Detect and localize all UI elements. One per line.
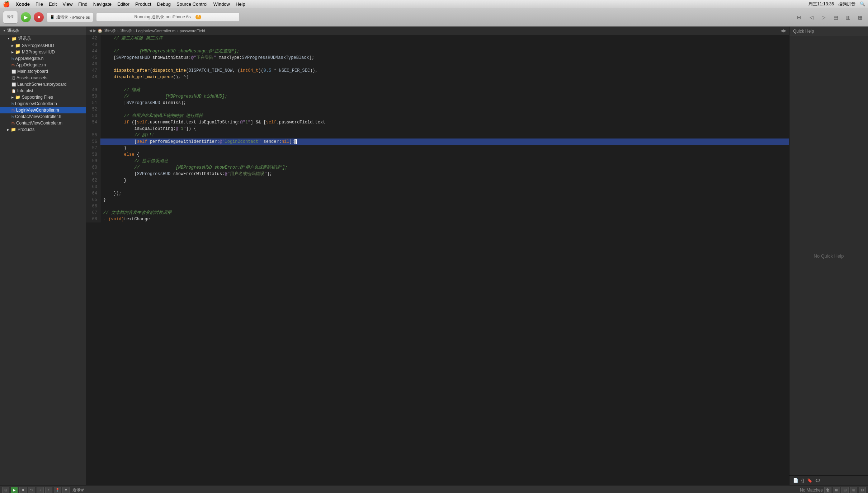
- code-line-48b: [86, 80, 789, 87]
- pause-small[interactable]: ⏸: [19, 487, 27, 493]
- menu-navigate[interactable]: Navigate: [93, 1, 112, 7]
- breadcrumb-project[interactable]: 通讯录: [104, 28, 116, 33]
- play-small[interactable]: ▶: [11, 487, 18, 493]
- sidebar-item-assets[interactable]: 🖼 Assets.xcassets: [0, 75, 86, 81]
- code-editor[interactable]: 42 // 第三方框架 第三方库 43 44 // [MBProgressHUD…: [86, 35, 789, 485]
- menubar: 🍎 Xcode File Edit View Find Navigate Edi…: [0, 0, 868, 8]
- code-line-50: 50 // [MBProgressHUD hideHUD];: [86, 93, 789, 100]
- sidebar-header: ▼ 通讯录: [0, 27, 86, 35]
- menu-xcode[interactable]: Xcode: [16, 1, 30, 7]
- sidebar-item-mainstoryboard[interactable]: ⬜ Main.storyboard: [0, 68, 86, 75]
- panel-left-icon[interactable]: ▤: [831, 12, 841, 22]
- panel-bottom-icon[interactable]: ▥: [843, 12, 853, 22]
- search-icon[interactable]: 🔍: [860, 1, 865, 6]
- code-line-65: 65 }: [86, 197, 789, 203]
- curly-icon[interactable]: {}: [801, 478, 804, 483]
- menu-editor[interactable]: Editor: [117, 1, 129, 7]
- code-line-68: 68 - (void)textChange: [86, 216, 789, 222]
- toolbar-icons: ⊟ ◁ ▷ ▤ ▥ ▦: [794, 12, 865, 22]
- code-line-57: 57 }: [86, 145, 789, 151]
- apple-menu[interactable]: 🍎: [3, 1, 10, 8]
- scheme-label: 通讯录: [72, 487, 84, 493]
- code-line-48a: 48 dispatch_get_main_queue(), ^{: [86, 74, 789, 80]
- play-button[interactable]: ▶: [21, 12, 31, 22]
- code-line-52: 52: [86, 106, 789, 113]
- sidebar-item-svprogress[interactable]: ▶ 📁 SVProgressHUD: [0, 42, 86, 49]
- back-icon[interactable]: ◁: [806, 12, 816, 22]
- scheme-selector[interactable]: 📱 通讯录 › iPhone 6s: [47, 12, 93, 22]
- menu-help[interactable]: Help: [236, 1, 245, 7]
- expand-icon[interactable]: ⊡: [859, 487, 866, 493]
- breadcrumb-nav-left[interactable]: ◀: [89, 28, 92, 33]
- bookmark-icon[interactable]: 🔖: [807, 478, 812, 483]
- code-line-60: 60 // [MBProgressHUD showError:@"用户名或密码错…: [86, 164, 789, 171]
- no-matches: No Matches: [800, 488, 823, 493]
- sidebar-item-infoplist[interactable]: 📋 Info.plist: [0, 88, 86, 94]
- sidebar-item-mbprogress[interactable]: ▶ 📁 MBProgressHUD: [0, 49, 86, 55]
- menu-view[interactable]: View: [62, 1, 72, 7]
- code-line-47: 47 dispatch_after(dispatch_time(DISPATCH…: [86, 67, 789, 74]
- sidebar-item-products[interactable]: ▶ 📁 Products: [0, 126, 86, 133]
- forward-icon[interactable]: ▷: [819, 12, 829, 22]
- sidebar-item-launchscreen[interactable]: ⬜ LaunchScreen.storyboard: [0, 81, 86, 88]
- file-icon[interactable]: 📄: [793, 478, 798, 483]
- sidebar-item-contactvc-h[interactable]: h ContactViewController.h: [0, 113, 86, 120]
- code-line-59: 59 // 提示错误消息: [86, 158, 789, 164]
- project-root-label: 通讯录: [7, 28, 19, 33]
- menubar-time: 周三11:13:36: [808, 1, 834, 7]
- code-line-58: 58 else {: [86, 151, 789, 158]
- menu-edit[interactable]: Edit: [49, 1, 57, 7]
- sidebar-item-contactvc-m[interactable]: m ContactViewControler.m: [0, 120, 86, 126]
- sidebar-item-supporting[interactable]: ▶ 📁 Supporting Files: [0, 94, 86, 100]
- breadcrumb-symbol[interactable]: passwordField: [180, 29, 205, 33]
- code-line-46: 46: [86, 61, 789, 67]
- filter-btn[interactable]: ▼: [62, 487, 70, 493]
- grid-view[interactable]: ⊞: [850, 487, 857, 493]
- step-out[interactable]: ↑: [45, 487, 52, 493]
- breadcrumb-nav-right[interactable]: ▶: [93, 28, 96, 33]
- bottom-section: ⊟ ▶ ⏸ ↷ ↓ ↑ 📍 ▼ 通讯录 No Matches 🗑 ⊞ ⊟ ⊞ ⊡…: [0, 485, 868, 493]
- sidebar-item-tongxunlu[interactable]: ▼ 📁 通讯录: [0, 35, 86, 42]
- sidebar: ▼ 通讯录 ▼ 📁 通讯录 ▶ 📁 SVProgressHUD ▶ 📁 MBPr…: [0, 27, 86, 485]
- breadcrumb-file[interactable]: LoginViewController.m: [136, 29, 175, 33]
- menu-file[interactable]: File: [36, 1, 43, 7]
- code-line-61: 61 [SVProgressHUD showErrorWithStatus:@"…: [86, 171, 789, 177]
- code-line-62: 62 }: [86, 177, 789, 184]
- sidebar-item-appdelegate-m[interactable]: m AppDelegate.m: [0, 62, 86, 68]
- console-toggle[interactable]: ⊟: [2, 487, 9, 493]
- warning-badge: 5: [195, 15, 201, 19]
- tag-icon[interactable]: 🏷: [815, 478, 820, 483]
- location-btn[interactable]: 📍: [54, 487, 61, 493]
- quick-help-panel: Quick Help No Quick Help 📄 {} 🔖 🏷: [789, 27, 868, 485]
- code-line-54: 54 if ([self.usernameField.text isEqualT…: [86, 119, 789, 126]
- split-view1[interactable]: ⊞: [833, 487, 840, 493]
- editor-area: ◀ ▶ 🏠 通讯录 › 通讯录 › LoginViewController.m …: [86, 27, 789, 485]
- code-line-49: 49 // 隐藏: [86, 87, 789, 93]
- layout-icon[interactable]: ⊟: [794, 12, 804, 22]
- code-line-67: 67 // 文本框内容发生改变的时候调用: [86, 210, 789, 216]
- breadcrumb-group[interactable]: 通讯录: [120, 28, 132, 33]
- sidebar-item-appdelegate-h[interactable]: h AppDelegate.h: [0, 55, 86, 62]
- menu-source-control[interactable]: Source Control: [176, 1, 208, 7]
- step-into[interactable]: ↓: [37, 487, 44, 493]
- quick-help-content: No Quick Help: [789, 36, 868, 475]
- split-view2[interactable]: ⊟: [841, 487, 849, 493]
- panel-right-icon[interactable]: ▦: [855, 12, 865, 22]
- stop-button[interactable]: ■: [34, 12, 44, 22]
- code-line-44: 44 // [MBProgressHUD showMessage:@"正在登陆"…: [86, 48, 789, 55]
- menu-product[interactable]: Product: [135, 1, 151, 7]
- code-line-54b: isEqualToString:@"1"]) {: [86, 126, 789, 132]
- main-layout: ▼ 通讯录 ▼ 📁 通讯录 ▶ 📁 SVProgressHUD ▶ 📁 MBPr…: [0, 27, 868, 485]
- sidebar-item-loginvc-m[interactable]: m LoginViewController.m: [0, 107, 86, 113]
- sidebar-item-loginvc-h[interactable]: h LoginViewController.h: [0, 100, 86, 107]
- menu-debug[interactable]: Debug: [157, 1, 171, 7]
- menu-window[interactable]: Window: [213, 1, 230, 7]
- pause-button[interactable]: 暂停: [3, 11, 18, 24]
- trash-icon[interactable]: 🗑: [824, 487, 831, 493]
- code-line-45: 45 [SVProgressHUD showWithStatus:@"正在登陆"…: [86, 55, 789, 61]
- code-line-63: 63: [86, 184, 789, 190]
- step-over[interactable]: ↷: [28, 487, 35, 493]
- code-line-42: 42 // 第三方框架 第三方库: [86, 35, 789, 42]
- menu-find[interactable]: Find: [78, 1, 87, 7]
- build-status: Running 通讯录 on iPhone 6s 5: [96, 13, 240, 22]
